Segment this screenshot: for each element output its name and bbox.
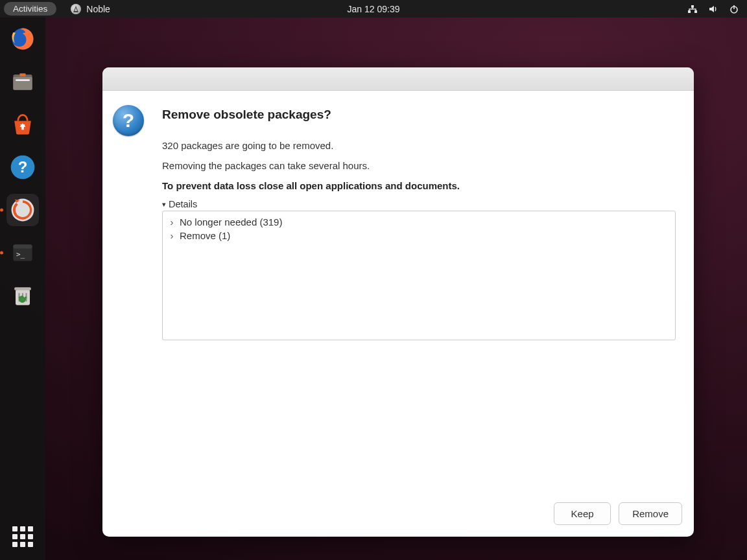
- network-icon[interactable]: [687, 4, 698, 14]
- chevron-down-icon: ▾: [162, 200, 166, 209]
- tree-row-remove[interactable]: › Remove (1): [168, 229, 670, 242]
- show-applications-button[interactable]: [12, 526, 33, 547]
- software-center-icon: [8, 110, 37, 139]
- tree-row-label: Remove (1): [180, 230, 230, 241]
- svg-rect-2: [694, 10, 697, 13]
- dock-item-software-updater[interactable]: [6, 194, 39, 226]
- trash-icon: [8, 281, 37, 310]
- active-app-name: Noble: [86, 4, 110, 14]
- dialog-warning: To prevent data loss close all open appl…: [162, 180, 676, 191]
- dialog-message-1: 320 packages are going to be removed.: [162, 140, 676, 151]
- svg-rect-11: [21, 126, 24, 130]
- details-label: Details: [169, 199, 197, 209]
- keep-button[interactable]: Keep: [554, 502, 611, 525]
- chevron-right-icon: ›: [168, 216, 176, 228]
- svg-rect-16: [13, 244, 32, 248]
- top-panel: Activities Noble Jan 12 09:39: [0, 0, 747, 18]
- svg-rect-19: [14, 287, 31, 290]
- svg-rect-9: [16, 79, 30, 81]
- activities-button[interactable]: Activities: [4, 2, 56, 16]
- clock[interactable]: Jan 12 09:39: [348, 4, 400, 14]
- software-updater-icon: [8, 196, 37, 224]
- details-tree[interactable]: › No longer needed (319) › Remove (1): [162, 211, 676, 340]
- svg-text:>_: >_: [16, 250, 25, 259]
- remove-obsolete-dialog: ? Remove obsolete packages? 320 packages…: [102, 67, 694, 537]
- app-menu-icon: [71, 4, 81, 14]
- remove-button[interactable]: Remove: [619, 502, 682, 525]
- tree-row-label: No longer needed (319): [180, 216, 282, 228]
- dock-item-terminal[interactable]: >_: [6, 237, 39, 269]
- dock-item-files[interactable]: [6, 65, 39, 98]
- dock-item-software[interactable]: [6, 108, 39, 141]
- help-icon: ?: [8, 153, 37, 181]
- firefox-icon: [8, 25, 37, 53]
- dock-item-trash[interactable]: [6, 279, 39, 312]
- svg-text:?: ?: [18, 158, 28, 176]
- svg-rect-7: [13, 77, 32, 90]
- system-tray[interactable]: [687, 4, 739, 14]
- chevron-right-icon: ›: [168, 230, 176, 241]
- dialog-titlebar[interactable]: [102, 67, 694, 91]
- running-indicator-icon: [0, 251, 3, 255]
- active-app-indicator[interactable]: Noble: [71, 4, 110, 14]
- dock-item-help[interactable]: ?: [6, 151, 39, 183]
- svg-rect-1: [688, 10, 691, 13]
- files-icon: [8, 67, 37, 96]
- tree-row-no-longer-needed[interactable]: › No longer needed (319): [168, 215, 670, 229]
- running-indicator-icon: [0, 209, 3, 212]
- svg-rect-8: [19, 73, 25, 76]
- question-icon: ?: [113, 105, 144, 136]
- details-expander[interactable]: ▾ Details: [162, 199, 676, 209]
- power-icon[interactable]: [729, 4, 739, 14]
- dialog-title: Remove obsolete packages?: [162, 108, 676, 122]
- dock-item-firefox[interactable]: [6, 23, 39, 55]
- terminal-icon: >_: [8, 239, 37, 267]
- svg-rect-0: [691, 5, 694, 8]
- dialog-footer: Keep Remove: [102, 495, 694, 537]
- dock: ? >_: [0, 18, 45, 560]
- dialog-message-2: Removing the packages can take several h…: [162, 160, 676, 171]
- volume-icon[interactable]: [708, 4, 718, 14]
